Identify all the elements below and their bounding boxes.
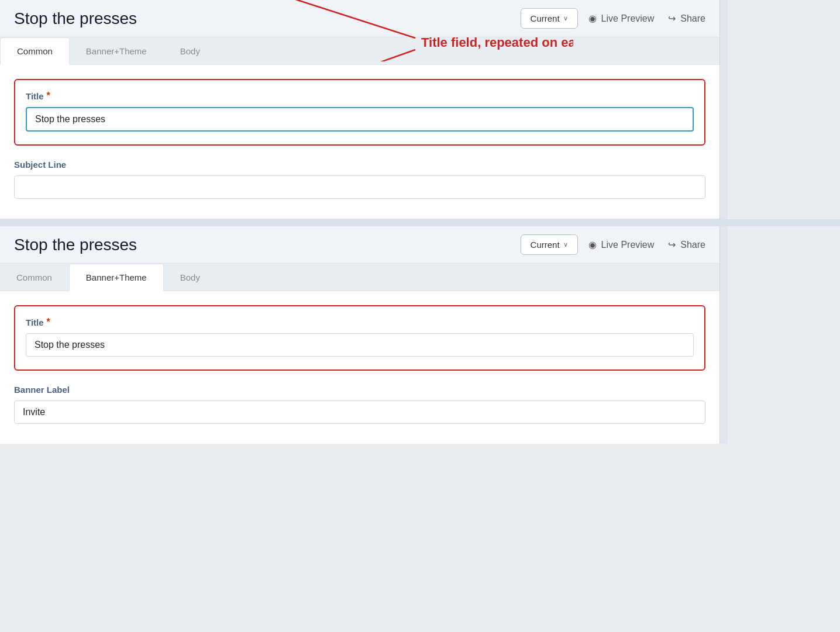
panel-2: Stop the presses Current ∨ ◉ Live Previe… [0,226,719,444]
panel-separator [0,219,840,226]
panel-1-main: Stop the presses Current ∨ ◉ Live Previe… [0,0,719,219]
title-field-section-1: Title * [14,79,705,146]
tab-body-2[interactable]: Body [164,264,217,291]
banner-label-section: Banner Label [14,385,705,424]
tab-banner-theme-1[interactable]: Banner+Theme [70,37,164,64]
page-title-1: Stop the presses [14,9,510,28]
panel-1: Stop the presses Current ∨ ◉ Live Previe… [0,0,719,219]
share-icon-1: ↪ [668,13,676,24]
current-label-2: Current [531,240,560,250]
title-input-2[interactable] [26,333,694,357]
share-button-1[interactable]: ↪ Share [668,13,705,24]
live-preview-label-2: Live Preview [601,240,655,250]
title-field-section-2: Title * [14,305,705,371]
panel-2-wrapper: Stop the presses Current ∨ ◉ Live Previe… [0,226,840,444]
banner-input[interactable] [14,400,705,424]
panel-2-scrollbar[interactable] [719,226,728,444]
chevron-down-icon-2: ∨ [563,241,568,248]
required-star-2: * [47,317,50,327]
tab-banner-theme-2[interactable]: Banner+Theme [69,264,164,291]
title-label-1: Title * [26,91,694,101]
header-right-1: ◉ Live Preview ↪ Share [588,13,705,24]
current-label-1: Current [531,13,560,23]
tab-common-1[interactable]: Common [0,37,70,65]
panel-1-content: Title * Subject Line [0,65,719,219]
share-label-2: Share [680,240,705,250]
subject-label-1: Subject Line [14,160,705,170]
title-input-1[interactable] [26,107,694,132]
chevron-down-icon-1: ∨ [563,15,568,22]
subject-section-1: Subject Line [14,160,705,199]
share-button-2[interactable]: ↪ Share [668,239,705,250]
live-preview-button-2[interactable]: ◉ Live Preview [588,239,655,250]
live-preview-label-1: Live Preview [601,13,655,24]
share-label-1: Share [680,13,705,24]
tabs-bar-2: Common Banner+Theme Body [0,264,719,291]
panel-2-header: Stop the presses Current ∨ ◉ Live Previe… [0,226,719,264]
banner-label: Banner Label [14,385,705,395]
tabs-bar-1: Common Banner+Theme Body [0,37,719,65]
required-star-1: * [47,91,50,101]
current-dropdown-2[interactable]: Current ∨ [521,234,578,255]
tab-common-2[interactable]: Common [0,264,69,291]
header-right-2: ◉ Live Preview ↪ Share [588,239,705,250]
current-dropdown-1[interactable]: Current ∨ [521,8,578,29]
live-preview-button-1[interactable]: ◉ Live Preview [588,13,655,24]
eye-icon-2: ◉ [588,239,597,250]
panel-2-main: Stop the presses Current ∨ ◉ Live Previe… [0,226,719,444]
panel-1-wrapper: Stop the presses Current ∨ ◉ Live Previe… [0,0,840,219]
page-title-2: Stop the presses [14,236,510,254]
title-label-2: Title * [26,317,694,327]
panel-1-scrollbar[interactable] [719,0,728,219]
tab-body-1[interactable]: Body [164,37,217,64]
panel-2-content: Title * Banner Label [0,291,719,444]
panel-1-header: Stop the presses Current ∨ ◉ Live Previe… [0,0,719,37]
subject-input-1[interactable] [14,175,705,199]
share-icon-2: ↪ [668,239,676,250]
eye-icon-1: ◉ [588,13,597,24]
